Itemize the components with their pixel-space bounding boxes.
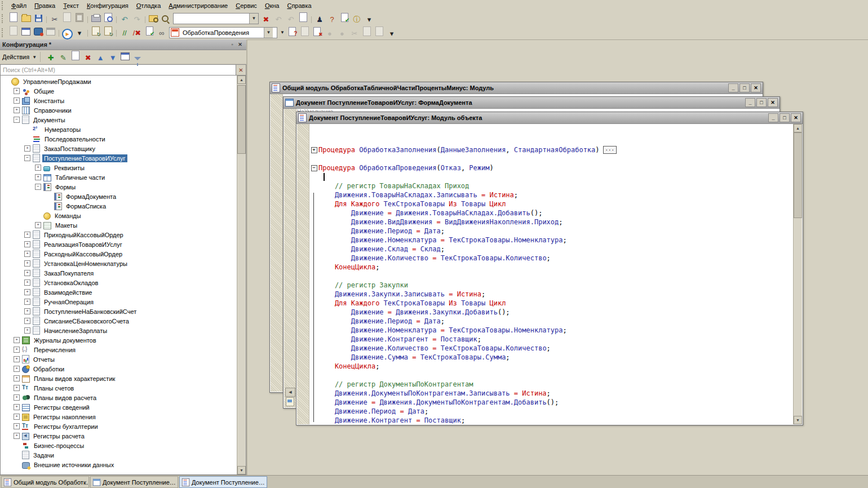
- code-scrollbar[interactable]: ▲ ▼: [793, 124, 802, 424]
- code-line[interactable]: Движение.Период = Дата;: [309, 407, 794, 416]
- code-line[interactable]: Движение.Период = Дата;: [309, 227, 794, 236]
- close-button[interactable]: ✕: [791, 113, 801, 122]
- start-debugging-button[interactable]: [61, 29, 73, 40]
- tree-item[interactable]: +Планы видов расчета: [1, 393, 237, 402]
- expand-icon[interactable]: +: [24, 299, 30, 305]
- expand-icon[interactable]: +: [24, 260, 30, 267]
- print-preview-button[interactable]: [102, 12, 114, 23]
- taskbar-window-button[interactable]: Документ Поступление…: [90, 476, 178, 488]
- minimize-button[interactable]: _: [728, 83, 738, 92]
- taskbar-window-button[interactable]: Документ Поступление…: [179, 476, 267, 488]
- code-line[interactable]: // регистр Закупки: [309, 281, 794, 290]
- tree-item[interactable]: +ЗаказПоставщику: [1, 144, 237, 153]
- expand-icon[interactable]: +: [14, 97, 20, 104]
- expand-icon[interactable]: +: [14, 414, 20, 420]
- form-tab-icon[interactable]: [286, 397, 294, 406]
- code-line[interactable]: Движение.Контрагент = Поставщик;: [309, 416, 794, 424]
- window-object-module-titlebar[interactable]: Документ ПоступлениеТоваровИУслуг: Модул…: [296, 112, 803, 124]
- tree-item[interactable]: +УстановкаОкладов: [1, 278, 237, 287]
- windows-list-button[interactable]: [297, 11, 309, 23]
- procedure-combo-options-dropdown[interactable]: ▼: [280, 30, 285, 35]
- tree-item[interactable]: ФормаДокумента: [1, 192, 237, 201]
- code-line[interactable]: Движение = Движения.ТоварыНаСкладах.Доба…: [309, 208, 794, 218]
- expand-icon[interactable]: +: [24, 327, 30, 334]
- code-line[interactable]: [309, 154, 794, 163]
- code-line[interactable]: [309, 172, 794, 181]
- collapse-icon[interactable]: −: [14, 117, 20, 123]
- code-line[interactable]: Движение.Количество = ТекСтрокаТовары.Ко…: [309, 344, 794, 353]
- code-scrollbar-thumb[interactable]: [794, 132, 802, 218]
- find-button[interactable]: [160, 13, 172, 24]
- actions-dropdown-icon[interactable]: ▼: [32, 55, 37, 60]
- expand-icon[interactable]: +: [24, 241, 30, 247]
- code-line[interactable]: Движение = Движения.ДокументыПоКонтраген…: [309, 398, 794, 407]
- expand-icon[interactable]: +: [14, 366, 20, 372]
- move-down-button[interactable]: ▼: [107, 52, 119, 64]
- move-up-button[interactable]: ▲: [94, 52, 107, 64]
- close-button[interactable]: ✕: [768, 98, 778, 107]
- search-combo-dropdown-icon[interactable]: ▼: [249, 14, 258, 24]
- clear-search-icon[interactable]: ✕: [236, 64, 246, 76]
- expand-icon[interactable]: +: [24, 280, 30, 286]
- expand-icon[interactable]: +: [14, 375, 20, 381]
- tree-item[interactable]: +Перечисления: [1, 345, 237, 354]
- open-file-button[interactable]: [20, 12, 32, 24]
- search-dropdown-clear-button[interactable]: ✖: [260, 14, 272, 25]
- search-combo[interactable]: ▼: [173, 13, 259, 24]
- help-search-button[interactable]: ?: [326, 14, 338, 25]
- expand-icon[interactable]: +: [14, 433, 20, 439]
- collapse-icon[interactable]: −: [24, 155, 30, 161]
- maximize-button[interactable]: □: [739, 83, 750, 92]
- tree-item[interactable]: +НачислениеЗарплаты: [1, 326, 237, 335]
- tree-item[interactable]: +Обработки: [1, 364, 237, 374]
- goto-procedure-button[interactable]: ∞: [156, 28, 168, 39]
- tree-item[interactable]: +Регистры сведений: [1, 402, 237, 412]
- tree-item[interactable]: ФормаСписка: [1, 201, 237, 211]
- code-line[interactable]: Движение.Склад = Склад;: [309, 245, 794, 254]
- expand-icon[interactable]: +: [14, 385, 20, 391]
- undo-button[interactable]: ↶: [118, 14, 131, 25]
- code-line[interactable]: // регистр ТоварыНаСкладах Приход: [309, 181, 794, 190]
- tree-item[interactable]: +Регистры бухгалтерии: [1, 422, 237, 431]
- remove-breakpoints-button[interactable]: [311, 26, 324, 37]
- window-common-module-titlebar[interactable]: Общий модуль ОбработкаТабличнойЧастиПроц…: [270, 82, 763, 94]
- code-line[interactable]: КонецЦикла;: [309, 362, 794, 371]
- tree-item[interactable]: +СписаниеСБанковскогоСчета: [1, 316, 237, 326]
- collapse-icon[interactable]: −: [35, 184, 41, 190]
- tree-scrollbar[interactable]: ▲ ▼: [237, 76, 246, 474]
- maximize-button[interactable]: □: [756, 98, 767, 107]
- expand-icon[interactable]: +: [35, 165, 41, 171]
- tree-item[interactable]: +РучнаяОперация: [1, 297, 237, 307]
- tree-item[interactable]: +РеализацияТоваровИУслуг: [1, 239, 237, 249]
- print-button[interactable]: [90, 12, 102, 24]
- tree-item[interactable]: +УстановкаЦенНоменклатуры: [1, 259, 237, 268]
- tree-search-input[interactable]: [0, 64, 236, 76]
- compare-configuration-button[interactable]: [90, 25, 102, 37]
- tree-item[interactable]: −ПоступлениеТоваровИУслуг: [1, 153, 237, 163]
- expand-icon[interactable]: +: [35, 222, 41, 228]
- tree-item[interactable]: УправлениеПродажами: [1, 77, 237, 86]
- menu-item[interactable]: Справка: [283, 1, 315, 10]
- tree-item[interactable]: +ПриходныйКассовыйОрдер: [1, 230, 237, 239]
- minimize-button[interactable]: _: [768, 113, 778, 122]
- scroll-down-icon[interactable]: ▼: [237, 466, 246, 474]
- tree-item[interactable]: +Регистры накопления: [1, 412, 237, 422]
- find-in-files-button[interactable]: [147, 13, 160, 24]
- code-line[interactable]: Движения.Закупки.Записывать = Истина;: [309, 290, 794, 299]
- menu-item[interactable]: Правка: [30, 1, 59, 10]
- close-panel-button[interactable]: ✕: [236, 41, 244, 48]
- scroll-down-icon[interactable]: ▼: [794, 416, 802, 424]
- code-line[interactable]: Движения.ТоварыНаСкладах.Записывать = Ис…: [309, 190, 794, 199]
- scroll-up-icon[interactable]: ▲: [237, 76, 246, 84]
- tree-item[interactable]: +ЗаказПокупателя: [1, 268, 237, 278]
- expand-icon[interactable]: +: [14, 423, 20, 429]
- cut-button[interactable]: ✂: [48, 14, 61, 25]
- code-line[interactable]: +Процедура ОбработкаЗаполнения(ДанныеЗап…: [309, 145, 794, 154]
- about-button[interactable]: ⓘ: [351, 14, 363, 25]
- close-button[interactable]: ✕: [751, 83, 761, 92]
- expand-icon[interactable]: +: [24, 289, 30, 295]
- expand-icon[interactable]: +: [14, 404, 20, 410]
- pin-icon[interactable]: ▫: [228, 41, 236, 48]
- debug-dropdown[interactable]: ▾: [73, 28, 86, 39]
- code-line[interactable]: Движение.Период = Дата;: [309, 317, 794, 326]
